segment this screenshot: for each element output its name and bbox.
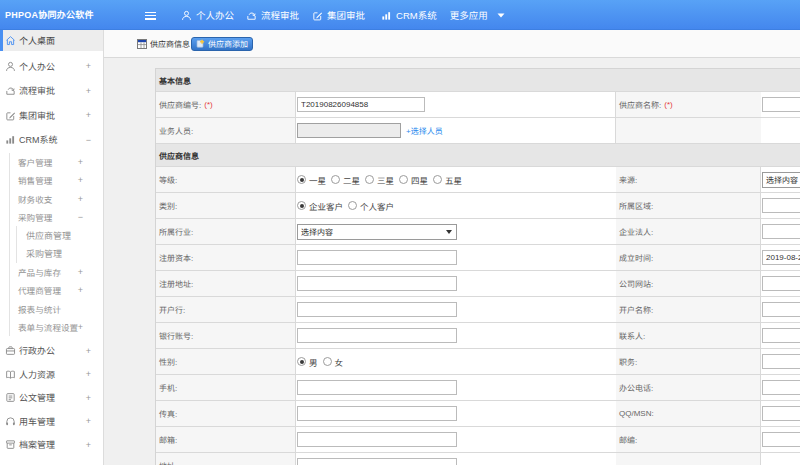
sidebar-item-行政办公[interactable]: 行政办公+ (0, 339, 103, 363)
headset-icon (5, 416, 16, 427)
hamburger-menu-icon[interactable] (145, 12, 156, 20)
sidebar-item-集团审批[interactable]: 集团审批+ (0, 103, 103, 128)
edit-icon (312, 10, 323, 21)
sidebar-item-CRM系统[interactable]: CRM系统− (0, 128, 103, 153)
radio-option-四星[interactable]: 四星 (399, 174, 428, 186)
expand-icon[interactable]: + (76, 322, 85, 332)
form-input[interactable] (297, 97, 425, 112)
expand-icon[interactable]: + (76, 267, 85, 277)
radio-unchecked[interactable] (323, 357, 332, 366)
sidebar-item-采购管理[interactable]: 采购管理− (0, 208, 103, 226)
form-input[interactable] (762, 224, 800, 239)
sidebar-item-供应商管理[interactable]: 供应商管理 (0, 226, 103, 244)
radio-checked[interactable] (297, 175, 306, 184)
nav-item-5[interactable]: 更多应用 (450, 8, 505, 22)
form-input[interactable] (297, 328, 457, 343)
form-label-cell: 开户名称: (616, 297, 761, 323)
form-input[interactable] (297, 458, 457, 465)
radio-option-二星[interactable]: 二星 (331, 174, 360, 186)
radio-option-个人客户[interactable]: 个人客户 (348, 200, 394, 212)
sidebar-item-档案管理[interactable]: 档案管理+ (0, 433, 103, 457)
form-input[interactable] (762, 380, 800, 395)
form-field-cell (761, 297, 800, 323)
form-input[interactable] (297, 302, 457, 317)
tab-供应商信息[interactable]: 供应商信息 (137, 38, 190, 49)
radio-option-一星[interactable]: 一星 (297, 174, 326, 186)
radio-unchecked[interactable] (331, 175, 340, 184)
sidebar-item-label: 供应商管理 (26, 229, 71, 242)
form-input[interactable] (762, 250, 800, 265)
expand-icon[interactable]: + (84, 61, 93, 71)
expand-icon[interactable]: + (84, 369, 93, 379)
expand-icon[interactable]: + (76, 157, 85, 167)
form-input[interactable] (762, 432, 800, 447)
radio-unchecked[interactable] (399, 175, 408, 184)
radio-option-女[interactable]: 女 (323, 356, 344, 368)
form-input[interactable] (297, 406, 457, 421)
radio-checked[interactable] (297, 201, 306, 210)
expand-icon[interactable]: + (84, 440, 93, 450)
nav-item-label: 个人办公 (196, 8, 234, 22)
form-input[interactable] (297, 276, 457, 291)
sidebar-item-表单与流程设置[interactable]: 表单与流程设置+ (0, 318, 103, 336)
expand-icon[interactable]: + (84, 393, 93, 403)
form-input[interactable] (297, 250, 457, 265)
radio-option-男[interactable]: 男 (297, 356, 318, 368)
form-input[interactable] (762, 302, 800, 317)
radio-option-企业客户[interactable]: 企业客户 (297, 200, 343, 212)
nav-item-1[interactable]: 个人办公 (181, 8, 234, 22)
expand-icon[interactable]: + (76, 175, 85, 185)
sidebar-item-用车管理[interactable]: 用车管理+ (0, 409, 103, 433)
radio-option-三星[interactable]: 三星 (365, 174, 394, 186)
tab-供应商添加[interactable]: 供应商添加 (191, 37, 253, 51)
nav-item-2[interactable]: 流程审批 (246, 8, 299, 22)
sidebar-item-公文管理[interactable]: 公文管理+ (0, 386, 103, 410)
form-label-cell: 注册资本: (156, 245, 296, 271)
form-input[interactable] (762, 276, 800, 291)
collapse-icon[interactable]: − (84, 135, 93, 145)
sidebar-item-人力资源[interactable]: 人力资源+ (0, 362, 103, 386)
expand-icon[interactable]: + (76, 285, 85, 295)
expand-icon[interactable]: + (84, 346, 93, 356)
sidebar-item-产品与库存[interactable]: 产品与库存+ (0, 263, 103, 281)
form-input[interactable] (762, 406, 800, 421)
form-input[interactable] (762, 198, 800, 213)
sidebar-item-代理商管理[interactable]: 代理商管理+ (0, 281, 103, 299)
form-input[interactable] (762, 97, 800, 112)
person-icon (5, 61, 16, 72)
radio-unchecked[interactable] (433, 175, 442, 184)
sidebar-item-客户管理[interactable]: 客户管理+ (0, 153, 103, 171)
sidebar-item-财务收支[interactable]: 财务收支+ (0, 190, 103, 208)
expand-icon[interactable]: + (84, 110, 93, 120)
field-label: 手机: (159, 382, 177, 393)
sidebar-item-销售管理[interactable]: 销售管理+ (0, 171, 103, 189)
form-input[interactable] (297, 380, 457, 395)
collapse-icon[interactable]: − (76, 212, 85, 222)
expand-icon[interactable]: + (84, 416, 93, 426)
form-input[interactable] (762, 354, 800, 369)
nav-item-3[interactable]: 集团审批 (312, 8, 365, 22)
radio-option-五星[interactable]: 五星 (433, 174, 462, 186)
form-select[interactable]: 选择内容 (762, 172, 800, 188)
form-input[interactable] (762, 328, 800, 343)
choose-staff-link[interactable]: +选择人员 (406, 125, 443, 136)
form-input[interactable] (297, 432, 457, 447)
form-select[interactable]: 选择内容 (297, 224, 457, 240)
sidebar-item-报表与统计[interactable]: 报表与统计 (0, 299, 103, 317)
sidebar-item-采购管理[interactable]: 采购管理 (0, 244, 103, 262)
sidebar-item-个人桌面[interactable]: 个人桌面 (0, 30, 103, 51)
chart-icon (381, 10, 392, 21)
expand-icon[interactable]: + (84, 86, 93, 96)
form-field-cell (296, 245, 616, 271)
sidebar-item-个人办公[interactable]: 个人办公+ (0, 54, 103, 79)
book-icon (5, 369, 16, 380)
sidebar-item-流程审批[interactable]: 流程审批+ (0, 79, 103, 104)
radio-checked[interactable] (297, 357, 306, 366)
form-label-cell: 企业法人: (616, 219, 761, 245)
radio-unchecked[interactable] (365, 175, 374, 184)
radio-unchecked[interactable] (348, 201, 357, 210)
form-field-cell (296, 323, 616, 349)
nav-item-4[interactable]: CRM系统 (381, 8, 437, 22)
expand-icon[interactable]: + (76, 194, 85, 204)
required-mark: (*) (204, 100, 212, 109)
